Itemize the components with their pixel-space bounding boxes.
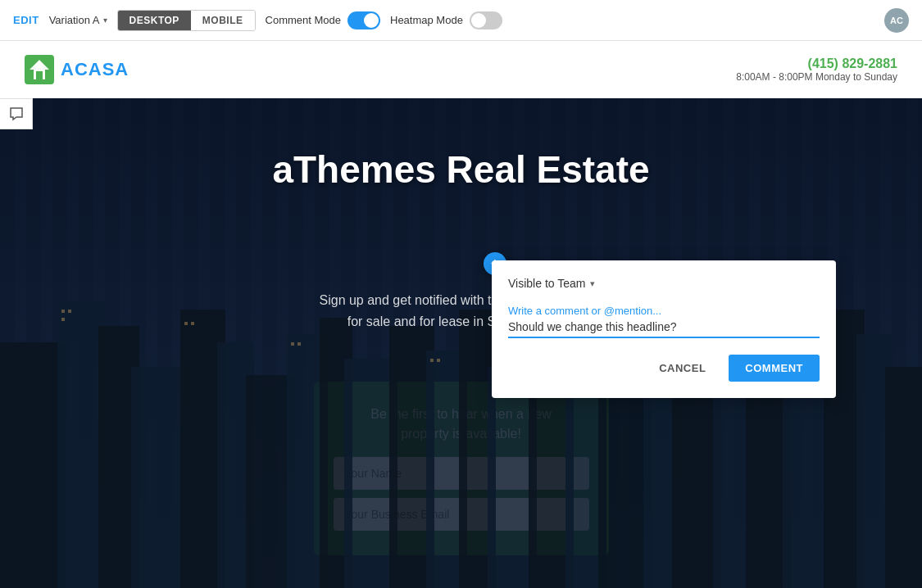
cancel-button[interactable]: CANCEL <box>644 355 720 381</box>
toolbar: EDIT Variation A ▾ DESKTOP MOBILE Commen… <box>0 0 922 41</box>
svg-rect-7 <box>131 367 188 588</box>
variation-selector[interactable]: Variation A ▾ <box>49 14 107 26</box>
comment-input-underline <box>508 337 820 338</box>
svg-rect-4 <box>0 342 66 588</box>
mobile-button[interactable]: MOBILE <box>191 11 255 30</box>
variation-chevron-icon: ▾ <box>103 16 107 25</box>
comment-mode-toggle: Comment Mode <box>266 11 380 29</box>
comment-mode-switch[interactable] <box>347 11 380 29</box>
heatmap-mode-toggle: Heatmap Mode <box>390 11 502 29</box>
site-hours: 8:00AM - 8:00PM Monday to Sunday <box>736 71 897 83</box>
comment-mode-label: Comment Mode <box>266 14 341 26</box>
comment-button[interactable]: COMMENT <box>729 355 820 382</box>
avatar[interactable]: AC <box>884 8 909 33</box>
visible-to-team-label: Visible to Team <box>508 277 585 290</box>
site-preview: ACASA (415) 829-2881 8:00AM - 8:00PM Mon… <box>0 41 922 588</box>
svg-rect-34 <box>291 342 294 346</box>
chat-icon <box>9 106 24 121</box>
heatmap-mode-switch[interactable] <box>470 11 502 29</box>
view-toggle: DESKTOP MOBILE <box>117 10 256 31</box>
variation-label: Variation A <box>49 14 100 26</box>
comment-actions: CANCEL COMMENT <box>508 355 820 382</box>
comment-typed-text: Should we change this headline? <box>508 320 820 333</box>
comment-placeholder: Write a comment or @mention... <box>508 305 820 317</box>
site-header: ACASA (415) 829-2881 8:00AM - 8:00PM Mon… <box>0 41 922 98</box>
svg-rect-37 <box>437 359 440 362</box>
heatmap-mode-knob <box>471 13 486 28</box>
svg-rect-36 <box>430 359 434 362</box>
comment-popup-header: Visible to Team ▾ <box>508 277 820 290</box>
comment-side-button[interactable] <box>0 98 33 129</box>
hero-section: aThemes Real Estate Sign up and get noti… <box>0 98 922 588</box>
desktop-button[interactable]: DESKTOP <box>118 11 191 30</box>
site-logo: ACASA <box>25 55 129 84</box>
site-phone: (415) 829-2881 <box>736 57 897 71</box>
logo-icon <box>25 55 54 84</box>
comment-mode-knob <box>364 13 379 28</box>
comment-popup: Visible to Team ▾ Write a comment or @me… <box>492 260 836 398</box>
svg-rect-35 <box>297 342 301 346</box>
hero-title: aThemes Real Estate <box>16 147 906 192</box>
visibility-dropdown-icon[interactable]: ▾ <box>590 278 595 289</box>
site-logo-text: ACASA <box>61 59 129 80</box>
site-contact: (415) 829-2881 8:00AM - 8:00PM Monday to… <box>736 57 897 83</box>
svg-rect-2 <box>36 71 43 79</box>
edit-button[interactable]: EDIT <box>13 14 39 26</box>
heatmap-mode-label: Heatmap Mode <box>390 14 463 26</box>
svg-rect-28 <box>885 367 922 588</box>
comment-input-wrapper: Write a comment or @mention... Should we… <box>508 305 820 338</box>
